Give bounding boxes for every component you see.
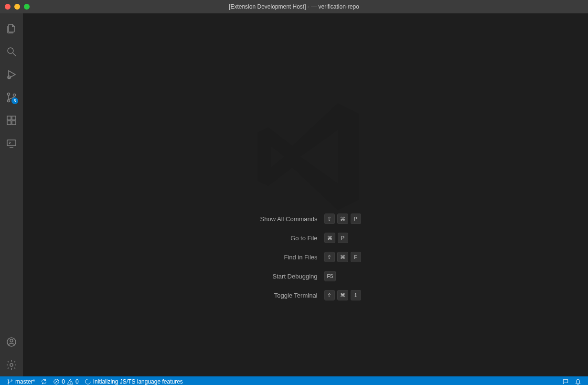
search-icon [6,46,17,57]
shortcut-keys: F5 [324,271,370,281]
feedback-icon [562,378,569,385]
svg-point-4 [13,94,16,96]
status-branch[interactable]: master* [4,376,38,385]
activity-run-debug[interactable] [0,63,23,86]
bell-icon [575,378,581,385]
window-controls [5,4,30,10]
key-1: 1 [351,290,361,300]
shortcut-row: Go to File ⌘ P [241,233,370,243]
shortcut-keys: ⇧ ⌘ F [324,252,370,262]
main-area: 5 Show All Commands ⇧ ⌘ P [0,13,588,376]
key-cmd: ⌘ [337,252,348,262]
shortcut-label: Find in Files [241,254,318,261]
shortcut-keys: ⇧ ⌘ 1 [324,290,370,300]
shortcut-label: Go to File [241,235,318,242]
warning-count: 0 [75,378,79,385]
svg-rect-6 [7,121,11,125]
key-f5: F5 [324,271,336,281]
editor-area: Show All Commands ⇧ ⌘ P Go to File ⌘ P F… [23,13,588,376]
svg-point-0 [8,48,13,53]
status-language-features[interactable]: Initializing JS/TS language features [82,376,186,385]
svg-rect-9 [7,140,16,146]
activity-explorer[interactable] [0,17,23,40]
activity-source-control[interactable]: 5 [0,86,23,109]
language-status-text: Initializing JS/TS language features [93,378,183,385]
shortcut-row: Find in Files ⇧ ⌘ F [241,252,370,262]
status-bar: master* 0 0 Initializing JS/TS language … [0,376,588,385]
key-f: F [351,252,361,262]
branch-name: master* [15,378,35,385]
window-title: [Extension Development Host] - — verific… [0,3,588,10]
status-feedback[interactable] [559,376,572,385]
shortcut-row: Start Debugging F5 [241,271,370,281]
svg-point-15 [11,380,12,381]
titlebar: [Extension Development Host] - — verific… [0,0,588,13]
activity-bar: 5 [0,13,23,376]
shortcut-label: Toggle Terminal [241,292,318,299]
window-close-button[interactable] [5,4,11,10]
activity-accounts[interactable] [0,331,23,353]
activity-search[interactable] [0,40,23,63]
key-shift: ⇧ [324,252,335,262]
key-cmd: ⌘ [337,290,348,300]
vscode-logo-watermark [239,90,373,225]
window-minimize-button[interactable] [14,4,20,10]
error-icon [53,378,60,385]
key-shift: ⇧ [324,290,335,300]
git-branch-icon [7,378,13,385]
status-problems[interactable]: 0 0 [50,376,81,385]
activity-remote-explorer[interactable] [0,132,23,155]
files-icon [6,23,17,34]
svg-point-2 [8,93,10,96]
shortcut-label: Start Debugging [241,273,318,280]
gear-icon [6,359,17,371]
shortcut-keys: ⌘ P [324,233,370,243]
scm-badge: 5 [11,97,18,104]
svg-rect-7 [12,121,16,125]
key-p: P [338,233,348,243]
activity-extensions[interactable] [0,109,23,132]
warning-icon [67,378,74,385]
key-cmd: ⌘ [324,233,335,243]
status-sync[interactable] [38,376,50,385]
shortcut-row: Toggle Terminal ⇧ ⌘ 1 [241,290,370,300]
status-notifications[interactable] [572,376,584,385]
extensions-icon [6,115,17,126]
svg-point-17 [70,383,71,384]
svg-rect-8 [12,116,16,120]
debug-icon [6,69,17,80]
activity-settings[interactable] [0,353,23,376]
welcome-shortcuts: Show All Commands ⇧ ⌘ P Go to File ⌘ P F… [241,214,370,300]
svg-rect-5 [7,116,11,120]
sync-icon [41,378,47,385]
svg-point-11 [10,339,13,342]
window-maximize-button[interactable] [24,4,30,10]
remote-icon [6,138,17,149]
svg-point-13 [8,379,9,380]
loading-icon [85,378,91,385]
error-count: 0 [62,378,65,385]
svg-point-12 [10,364,13,366]
account-icon [6,336,17,348]
